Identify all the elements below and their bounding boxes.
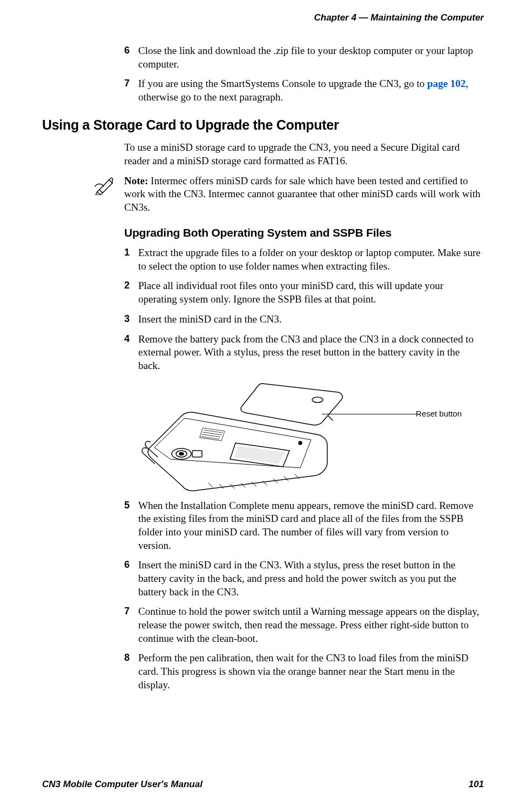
step-number: 7 bbox=[124, 605, 130, 618]
upgrade-steps-list: 1 Extract the upgrade files to a folder … bbox=[124, 246, 484, 692]
svg-point-8 bbox=[179, 452, 184, 455]
step-text: Continue to hold the power switch until … bbox=[138, 606, 479, 643]
step-number: 6 bbox=[124, 44, 130, 57]
step-text: Remove the battery pack from the CN3 and… bbox=[138, 333, 474, 371]
continued-steps-list: 6 Close the link and download the .zip f… bbox=[124, 44, 484, 104]
step-number: 4 bbox=[124, 333, 130, 345]
note-block: Note: Intermec offers miniSD cards for s… bbox=[102, 175, 484, 214]
intro-paragraph: To use a miniSD storage card to upgrade … bbox=[124, 141, 484, 167]
device-figure: Reset button bbox=[138, 378, 484, 492]
step-number: 6 bbox=[124, 559, 130, 571]
footer-manual-title: CN3 Mobile Computer User's Manual bbox=[42, 779, 203, 790]
step-text: Close the link and download the .zip fil… bbox=[138, 45, 473, 70]
note-label: Note: bbox=[124, 175, 148, 186]
step-text: Place all individual root files onto you… bbox=[138, 280, 443, 305]
step-text: Insert the miniSD card in the CN3. With … bbox=[138, 559, 456, 597]
note-text: Note: Intermec offers miniSD cards for s… bbox=[124, 175, 484, 214]
step-text: When the Installation Complete menu appe… bbox=[138, 500, 474, 551]
list-item: 7 Continue to hold the power switch unti… bbox=[124, 605, 484, 645]
note-icon bbox=[94, 176, 116, 195]
list-item: 5 When the Installation Complete menu ap… bbox=[124, 499, 484, 553]
step-text-before: If you are using the SmartSystems Consol… bbox=[138, 78, 427, 89]
step-text: Extract the upgrade files to a folder on… bbox=[138, 247, 481, 272]
note-body: Intermec offers miniSD cards for sale wh… bbox=[124, 175, 481, 213]
list-item: 7 If you are using the SmartSystems Cons… bbox=[124, 77, 484, 104]
step-number: 3 bbox=[124, 313, 130, 325]
list-item: 6 Close the link and download the .zip f… bbox=[124, 44, 484, 71]
step-text: Perform the pen calibration, then wait f… bbox=[138, 652, 469, 690]
step-number: 1 bbox=[124, 246, 130, 259]
callout-leader-line bbox=[322, 414, 416, 414]
list-item: 1 Extract the upgrade files to a folder … bbox=[124, 246, 484, 273]
step-text: Insert the miniSD card in the CN3. bbox=[138, 313, 281, 325]
list-item: 6 Insert the miniSD card in the CN3. Wit… bbox=[124, 559, 484, 599]
svg-point-1 bbox=[299, 441, 302, 445]
page-link[interactable]: page 102 bbox=[427, 78, 466, 89]
list-item: 4 Remove the battery pack from the CN3 a… bbox=[124, 333, 484, 492]
step-number: 8 bbox=[124, 652, 130, 664]
footer-page-number: 101 bbox=[469, 779, 484, 790]
step-number: 2 bbox=[124, 279, 130, 292]
list-item: 3 Insert the miniSD card in the CN3. bbox=[124, 313, 484, 326]
section-heading: Using a Storage Card to Upgrade the Comp… bbox=[42, 116, 484, 134]
list-item: 2 Place all individual root files onto y… bbox=[124, 279, 484, 306]
list-item: 8 Perform the pen calibration, then wait… bbox=[124, 652, 484, 692]
step-number: 7 bbox=[124, 77, 130, 90]
running-header: Chapter 4 — Maintaining the Computer bbox=[42, 12, 484, 24]
reset-button-callout: Reset button bbox=[416, 408, 462, 419]
subsection-heading: Upgrading Both Operating System and SSPB… bbox=[124, 225, 484, 240]
svg-point-0 bbox=[312, 397, 323, 402]
svg-rect-9 bbox=[192, 451, 202, 457]
step-number: 5 bbox=[124, 499, 130, 512]
